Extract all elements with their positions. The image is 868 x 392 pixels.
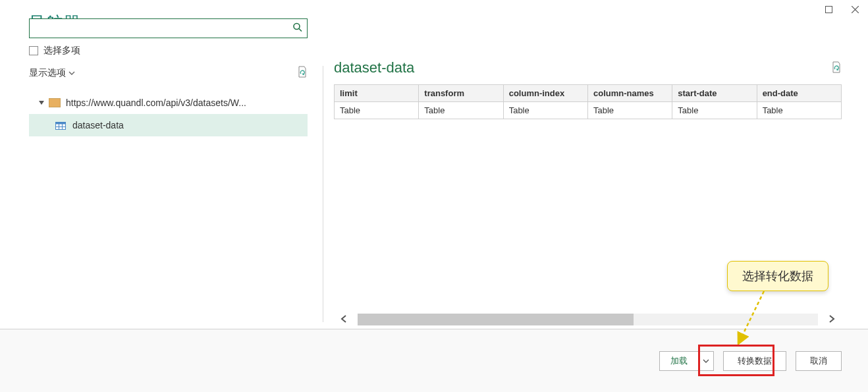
scroll-left-icon[interactable]	[334, 314, 354, 325]
cell[interactable]: Table	[757, 102, 841, 119]
cell[interactable]: Table	[672, 102, 757, 119]
transform-data-button[interactable]: 转换数据	[723, 351, 786, 371]
chevron-down-icon	[703, 358, 709, 364]
footer-bar: 加载 转换数据 取消	[0, 329, 868, 392]
cell[interactable]: Table	[335, 102, 419, 119]
search-input[interactable]	[30, 19, 307, 38]
table-icon	[55, 121, 66, 129]
multi-select-label: 选择多项	[43, 45, 80, 57]
cell[interactable]: Table	[419, 102, 503, 119]
svg-line-2	[299, 29, 302, 32]
col-transform: transform	[419, 85, 503, 102]
svg-point-1	[294, 24, 300, 30]
caret-down-icon	[37, 99, 46, 106]
navigator-panel: 选择多项 显示选项 https://www.quandl.com/api/v3/…	[0, 18, 316, 329]
divider	[323, 66, 323, 322]
svg-rect-4	[56, 123, 66, 125]
tree-item-dataset-data[interactable]: dataset-data	[29, 114, 308, 136]
preview-table: limit transform column-index column-name…	[334, 84, 842, 119]
scroll-right-icon[interactable]	[822, 314, 842, 325]
minimize-button[interactable]	[815, 0, 842, 18]
cell[interactable]: Table	[503, 102, 587, 119]
tree-folder-root[interactable]: https://www.quandl.com/api/v3/datasets/W…	[29, 92, 308, 114]
search-input-container	[29, 18, 308, 38]
load-button[interactable]: 加载	[659, 351, 699, 371]
annotation-callout: 选择转化数据	[727, 261, 828, 291]
preview-title: dataset-data	[334, 59, 414, 76]
scrollbar-track[interactable]	[358, 314, 818, 325]
tree-item-label: dataset-data	[72, 120, 124, 130]
display-options-dropdown[interactable]: 显示选项	[29, 67, 75, 79]
search-icon[interactable]	[292, 22, 303, 35]
tree-root-label: https://www.quandl.com/api/v3/datasets/W…	[66, 98, 246, 108]
col-start-date: start-date	[672, 85, 757, 102]
load-dropdown-button[interactable]	[699, 351, 714, 371]
refresh-preview-icon[interactable]	[831, 61, 842, 75]
col-end-date: end-date	[757, 85, 841, 102]
col-column-names: column-names	[587, 85, 672, 102]
cancel-button[interactable]: 取消	[796, 351, 842, 371]
multi-select-checkbox[interactable]	[29, 46, 38, 55]
cell[interactable]: Table	[587, 102, 672, 119]
close-button[interactable]	[842, 0, 868, 18]
display-options-label: 显示选项	[29, 67, 66, 79]
table-row: Table Table Table Table Table Table	[335, 102, 842, 119]
scrollbar-thumb[interactable]	[358, 314, 634, 325]
folder-icon	[49, 98, 61, 107]
chevron-down-icon	[68, 70, 75, 76]
svg-rect-0	[825, 6, 832, 13]
col-limit: limit	[335, 85, 419, 102]
tree: https://www.quandl.com/api/v3/datasets/W…	[29, 92, 308, 136]
refresh-icon[interactable]	[297, 66, 308, 80]
col-column-index: column-index	[503, 85, 587, 102]
horizontal-scrollbar[interactable]	[334, 310, 842, 329]
